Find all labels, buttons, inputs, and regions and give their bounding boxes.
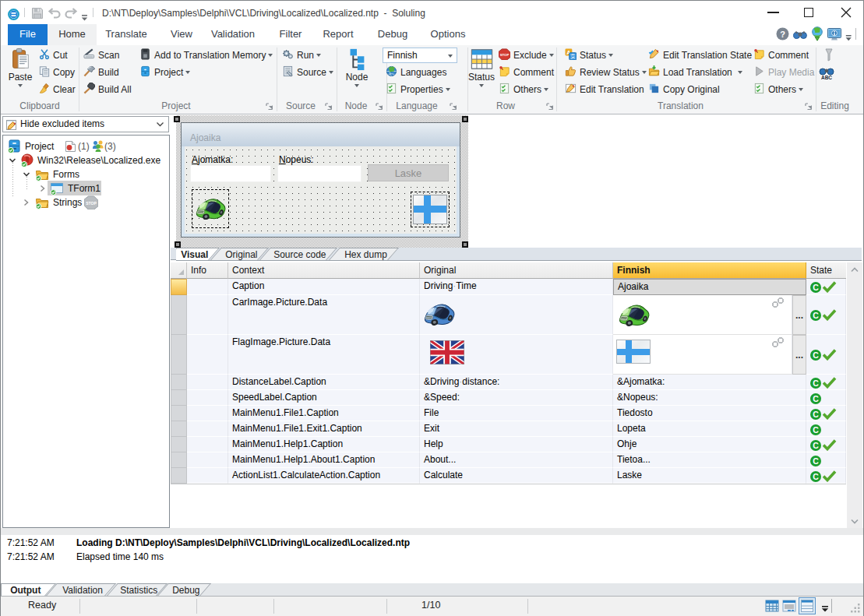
svg-text:STOP: STOP [500,53,510,57]
svg-text:STOP: STOP [86,201,97,206]
svg-text:?: ? [780,30,785,39]
svg-text:ABC: ABC [821,75,832,80]
